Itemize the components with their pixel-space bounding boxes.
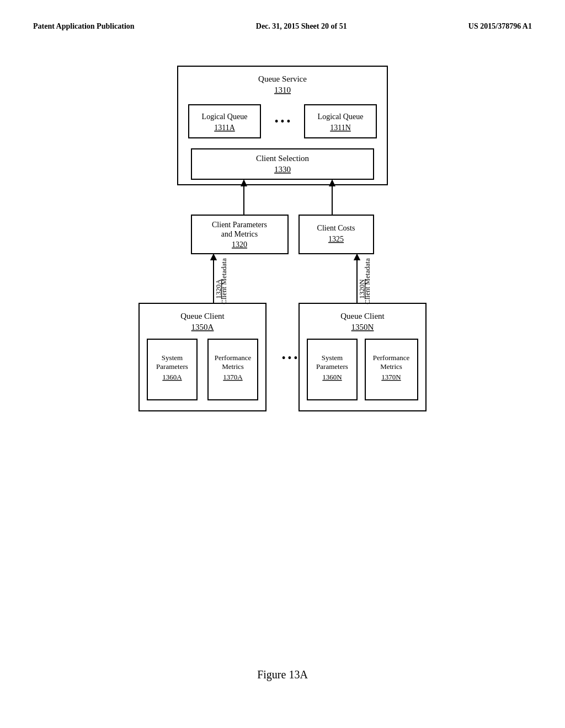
figure-caption: Figure 13A [257, 668, 308, 681]
system-params-a-label2: Parameters [156, 362, 188, 371]
svg-rect-1 [189, 105, 260, 138]
svg-rect-2 [305, 105, 376, 138]
logical-queue-a-id: 1311A [214, 124, 235, 132]
perf-metrics-n-id: 1370N [381, 373, 401, 381]
client-params-label-line1: Client Parameters [212, 221, 267, 229]
perf-metrics-a-label1: Performance [215, 354, 252, 362]
perf-metrics-a-id: 1370A [223, 373, 243, 381]
header-middle: Dec. 31, 2015 Sheet 20 of 51 [256, 22, 347, 31]
queue-service-id: 1310 [274, 85, 291, 94]
svg-marker-7 [329, 179, 335, 186]
client-selection-label: Client Selection [256, 154, 310, 163]
system-params-n-label2: Parameters [316, 362, 348, 371]
queue-dots: • • • [275, 116, 290, 127]
bottom-dots: • • • [282, 352, 297, 363]
client-costs-id: 1325 [328, 235, 344, 243]
logical-queue-n-id: 1311N [330, 124, 351, 132]
main-diagram: Queue Service 1310 Logical Queue 1311A •… [128, 61, 437, 557]
client-costs-label: Client Costs [317, 224, 355, 232]
perf-metrics-n-label1: Performance [373, 354, 410, 362]
svg-marker-21 [210, 254, 217, 260]
queue-client-a-label: Queue Client [180, 312, 225, 320]
page-header: Patent Application Publication Dec. 31, … [0, 0, 565, 31]
perf-metrics-n-label2: Metrics [380, 362, 402, 371]
client-metadata-a-id: 1320A [214, 279, 222, 299]
client-params-id: 1320 [232, 240, 247, 249]
logical-queue-a-label: Logical Queue [202, 113, 248, 121]
svg-marker-5 [241, 179, 247, 186]
client-metadata-n-id: 1320N [358, 279, 366, 299]
client-selection-id: 1330 [274, 165, 291, 174]
svg-marker-23 [354, 254, 360, 260]
header-left: Patent Application Publication [33, 22, 135, 31]
header-right: US 2015/378796 A1 [468, 22, 532, 31]
client-params-label-line2: and Metrics [221, 230, 258, 238]
logical-queue-n-label: Logical Queue [318, 113, 364, 121]
system-params-a-id: 1360A [162, 373, 182, 381]
system-params-n-id: 1360N [322, 373, 342, 381]
queue-client-a-id: 1350A [191, 323, 214, 331]
svg-rect-9 [299, 215, 374, 254]
queue-client-n-id: 1350N [351, 323, 374, 331]
queue-service-label: Queue Service [258, 74, 307, 83]
system-params-n-label1: System [322, 354, 343, 362]
system-params-a-label1: System [162, 354, 183, 362]
queue-client-n-label: Queue Client [340, 312, 385, 320]
perf-metrics-a-label2: Metrics [222, 362, 244, 371]
